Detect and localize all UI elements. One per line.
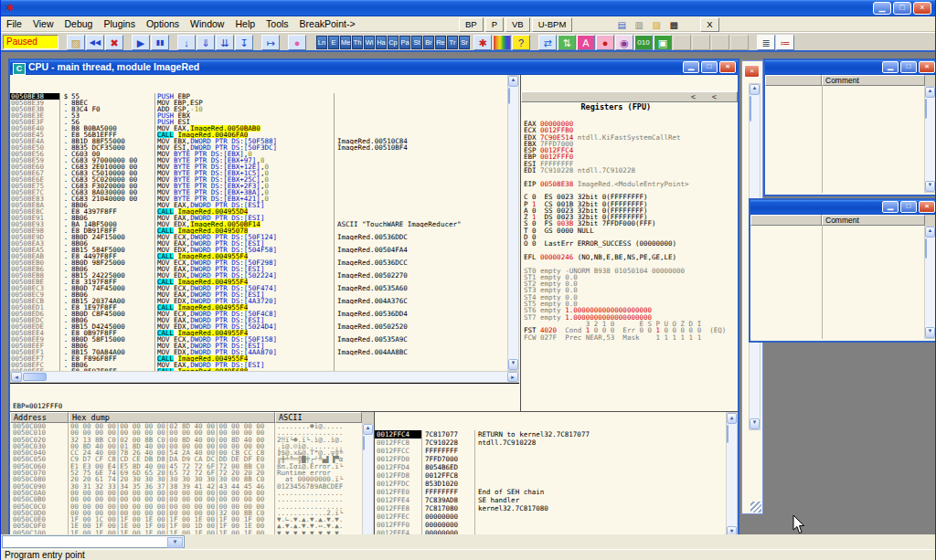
step-into-button[interactable]: ↓ <box>177 35 196 50</box>
dump-row[interactable]: 0050C060E1 E3 00 E4|E5 8D 40 00|45 72 72… <box>10 463 374 470</box>
record-dot-button[interactable]: ● <box>596 35 614 50</box>
menu-view[interactable]: View <box>27 16 59 31</box>
disasm-row[interactable]: 00508E83.C683 21040000 00MOV BYTE PTR DS… <box>10 195 507 202</box>
stack-row[interactable]: 0012FFD48054B6ED <box>375 463 738 471</box>
disasm-row[interactable]: 00508E9D.8B0D 24F15000MOV ECX,DWORD PTR … <box>10 234 507 240</box>
menu-help[interactable]: Help <box>229 16 261 31</box>
disasm-row[interactable]: 00508E8A.8B06MOV EAX,DWORD PTR DS:[ESI] <box>10 202 507 208</box>
dump-row[interactable]: 0050C050C9 D7 CF C8|CD CE DB D8|DA D9 CA… <box>10 456 374 462</box>
disasm-row[interactable]: 00508E93.BA 14BF5000MOV EDX,ImageRed.005… <box>10 221 507 227</box>
trace-into-button[interactable]: ⇊ <box>216 35 234 50</box>
close-button[interactable]: × <box>913 2 931 15</box>
menu-button-p[interactable]: P <box>485 17 504 32</box>
toolbar-sr-button[interactable]: Sr <box>459 36 470 49</box>
help-button[interactable]: ? <box>512 35 530 50</box>
disasm-row[interactable]: 00508EF1.8B15 70A84A00MOV EDX,DWORD PTR … <box>10 349 507 355</box>
scroll-up-icon[interactable]: ▲ <box>925 87 935 98</box>
disasm-row[interactable]: 00508EE4.E8 0B97F8FFCALL ImageRed.004955… <box>10 330 507 336</box>
dump-row[interactable]: 0050C0C000 00 00 00|00 00 00 00|00 00 00… <box>10 503 374 510</box>
maximize-button[interactable]: □ <box>900 201 917 213</box>
dump-row[interactable]: 0050C08020 20 61 74|20 30 30 30|30 30 30… <box>10 476 374 482</box>
blank-1-button[interactable] <box>673 35 691 50</box>
scroll-left-icon[interactable]: ◄ <box>11 372 22 382</box>
menu-button-ubpm[interactable]: U-BPM <box>532 17 573 32</box>
binary-010-button[interactable]: 010 <box>634 35 653 50</box>
disasm-row[interactable]: 00508E38$55PUSH EBP <box>10 93 507 100</box>
list-view-2-button[interactable]: ≔ <box>776 35 794 50</box>
scroll-down-icon[interactable]: ▼ <box>508 359 518 370</box>
register-line[interactable]: EDI 7C910228 ntdll.7C910228 <box>524 167 738 174</box>
dump-row[interactable]: 0050C0A000 00 00 00|00 00 00 00|00 00 00… <box>10 490 374 496</box>
disasm-row[interactable]: 00508E45.E8 56B1EFFFCALL ImageRed.00406F… <box>10 132 507 138</box>
stack-row[interactable]: 0012FFE0FFFFFFFFEnd of SEH chain <box>375 488 738 496</box>
scroll-down-icon[interactable]: ▼ <box>925 181 935 192</box>
step-over-button[interactable]: ⇓ <box>197 35 215 50</box>
dump-row[interactable]: 0050C09030 31 32 33|34 35 36 37|38 39 41… <box>10 483 374 490</box>
menu-button-vb[interactable]: VB <box>505 17 530 32</box>
blank-3-button[interactable] <box>711 35 729 50</box>
window-green-button[interactable]: ▣ <box>654 35 672 50</box>
scroll-down-icon[interactable]: ▼ <box>925 327 935 338</box>
disasm-row[interactable]: 00508ED6.8B0D C8F45000MOV ECX,DWORD PTR … <box>10 311 507 317</box>
toolbar-re-button[interactable]: Re <box>435 36 446 49</box>
disasm-row[interactable]: 00508EB6.8B06MOV EAX,DWORD PTR DS:[ESI] <box>10 266 507 272</box>
minimize-button[interactable]: ▁ <box>882 61 899 73</box>
disasm-row[interactable]: 00508E56.C603 00MOV BYTE PTR DS:[EBX],0 <box>10 151 507 157</box>
restore-button[interactable]: □ <box>893 2 911 15</box>
stack-vertical-scrollbar[interactable]: ▲ ▼ <box>726 412 738 534</box>
console-icon[interactable]: ▩ <box>666 19 681 31</box>
dump-row[interactable]: 0050C0E01F 00 1C 00|1F 00 1E 00|1F 00 1E… <box>10 516 374 523</box>
register-line[interactable]: FCW 027F Prec NEAR,53 Mask 1 1 1 1 1 1 <box>524 334 738 341</box>
dump-header-ascii[interactable]: ASCII <box>275 412 362 423</box>
disasm-row[interactable]: 00508EC9.8B06MOV EAX,DWORD PTR DS:[ESI] <box>10 291 507 298</box>
scroll-up-icon[interactable]: ▲ <box>925 227 935 238</box>
scroll-up-icon[interactable]: ▲ <box>508 76 518 87</box>
disasm-row[interactable]: 00508E4A.8B1D 88F55000MOV EBX,DWORD PTR … <box>10 138 507 144</box>
register-line[interactable]: EIP 00508E38 ImageRed.<ModuleEntryPoint> <box>524 181 738 187</box>
pause-button[interactable]: ▮▮ <box>151 35 169 50</box>
dump-row[interactable]: 0050C01000 00 00 00|00 00 00 00|00 00 00… <box>10 429 374 436</box>
toolbar-tr-button[interactable]: Tr <box>447 36 458 49</box>
hex-dump-pane[interactable]: Address Hex dump ASCII 0050C00000 00 00 … <box>10 411 374 534</box>
menu-window[interactable]: Window <box>185 16 229 31</box>
side-window-top-title-bar[interactable]: ▁ □ × <box>765 60 935 75</box>
notes-doc-icon[interactable]: ▥ <box>632 19 646 31</box>
disasm-vertical-scrollbar[interactable]: ▲ ▼ <box>507 75 519 371</box>
stack-row[interactable]: 0012FFE47C839AD8SE handler <box>375 496 738 504</box>
menu-debug[interactable]: Debug <box>59 16 99 31</box>
side-window-middle-title-bar[interactable]: ▁ □ × <box>750 200 935 215</box>
dump-row[interactable]: 0050C0F01E 00 1F 00|1E 00 1F 00|1F 00 1D… <box>10 523 374 529</box>
disasm-row[interactable]: 00508E60.C683 2E010000 00MOV BYTE PTR DS… <box>10 164 507 170</box>
disasm-row[interactable]: 00508ED1.E8 1E97F8FFCALL ImageRed.004955… <box>10 304 507 311</box>
stack-row[interactable]: 0012FFC47C817077RETURN to kernel32.7C817… <box>375 430 738 438</box>
disasm-row[interactable]: 00508E8C.E8 4397F8FFCALL ImageRed.004955… <box>10 208 507 215</box>
close-button[interactable]: × <box>719 61 736 73</box>
stack-row[interactable]: 0012FFCCFFFFFFFF <box>375 447 738 455</box>
scroll-right-icon[interactable]: ► <box>507 372 518 382</box>
disasm-row[interactable]: 00508E98.E8 DB91F8FFCALL ImageRed.004950… <box>10 227 507 234</box>
scroll-down-icon[interactable]: ▼ <box>727 526 737 534</box>
minimize-button[interactable]: ▁ <box>683 61 699 73</box>
menu-button-bp[interactable]: BP <box>459 17 484 32</box>
disasm-row[interactable]: 00508E67.C683 C5010000 00MOV BYTE PTR DS… <box>10 170 507 176</box>
register-line[interactable]: T 0 GS 0000 NULL <box>524 227 738 234</box>
toolbar-ln-button[interactable]: Ln <box>316 36 327 49</box>
close-button[interactable]: × <box>919 61 935 73</box>
scroll-down-icon[interactable]: ▼ <box>750 418 760 429</box>
toolbar-st-button[interactable]: St <box>411 36 422 49</box>
close-program-button[interactable]: ✖ <box>105 35 123 50</box>
dump-row[interactable]: 0050C03000 8D 40 00|01 8D 40 00|00 00 00… <box>10 443 374 449</box>
maximize-button[interactable]: □ <box>701 61 718 73</box>
disasm-row[interactable]: 00508EEF.8B06MOV EAX,DWORD PTR DS:[ESI] <box>10 343 507 349</box>
stack-pane[interactable]: 0012FFC47C817077RETURN to kernel32.7C817… <box>374 411 738 534</box>
dump-row[interactable]: 0050C00000 00 00 00|00 00 00 00|02 8D 40… <box>10 423 374 429</box>
execute-till-return-button[interactable]: ↦ <box>261 35 280 50</box>
register-line[interactable]: O 0 LastErr ERROR_SUCCESS (00000000) <box>524 240 738 247</box>
toolbar-br-button[interactable]: Br <box>423 36 434 49</box>
assemble-a-button[interactable]: A <box>577 35 595 50</box>
disasm-row[interactable]: 00508EA5.8B15 584F5000MOV EDX,DWORD PTR … <box>10 247 507 253</box>
dump-header-hex[interactable]: Hex dump <box>69 412 275 423</box>
stack-row[interactable]: 0012FFEC00000000 <box>375 512 738 521</box>
trace-over-button[interactable]: ↧ <box>235 35 253 50</box>
log-doc-icon[interactable]: ▤ <box>614 19 629 31</box>
